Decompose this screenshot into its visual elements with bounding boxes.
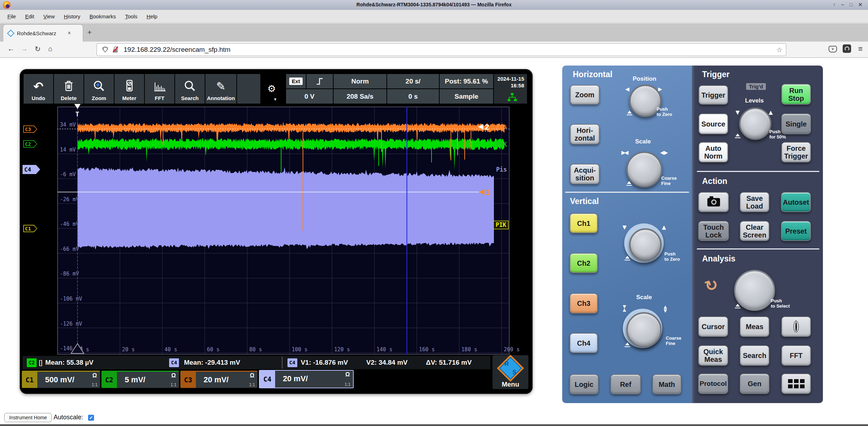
bookmark-star-icon[interactable]: ☆ bbox=[776, 46, 782, 54]
svg-text:40 s: 40 s bbox=[165, 346, 177, 353]
clear-screen-button[interactable]: Clear Screen bbox=[740, 221, 769, 241]
annotation-button[interactable]: ✎ Annotation bbox=[205, 74, 236, 104]
channel1-button[interactable]: Ch1 bbox=[570, 213, 598, 233]
scope-menu-button[interactable]: RS Menu bbox=[492, 355, 528, 389]
autoscale-checkbox[interactable]: ✓ bbox=[88, 415, 94, 421]
single-button[interactable]: Single bbox=[781, 113, 811, 134]
maximize-icon[interactable]: □ bbox=[848, 1, 855, 8]
meas-button[interactable]: Meas bbox=[740, 316, 769, 337]
tab-rohde-schwarz[interactable]: Rohde&Schwarz × bbox=[3, 24, 83, 42]
horizontal-scale-expand-icon: ◀▶ bbox=[660, 149, 668, 156]
timebase-cell[interactable]: 20 s/ bbox=[387, 74, 439, 88]
trigger-level-cell[interactable]: 0 V bbox=[286, 89, 333, 104]
horizontal-section-title: Horizontal bbox=[573, 70, 612, 79]
search-button[interactable]: Search bbox=[175, 74, 205, 104]
trigger-source-button[interactable]: Source bbox=[699, 113, 728, 134]
shade-window-icon[interactable]: ↑ bbox=[831, 1, 838, 8]
vertical-position-knob[interactable] bbox=[629, 228, 662, 261]
app-menu-icon[interactable]: ≡ bbox=[858, 44, 863, 54]
vertical-scale-squeeze-icon: ▼▲ bbox=[623, 305, 626, 311]
meter-button[interactable]: Meter bbox=[114, 74, 144, 104]
front-panel: Horizontal Zoom Hori- zontal Acqui- siti… bbox=[562, 66, 823, 403]
navigation-push-label: Push to Select bbox=[771, 298, 790, 309]
channel4-position-marker[interactable]: C4 bbox=[23, 165, 40, 174]
quick-meas-button[interactable]: Quick Meas bbox=[698, 345, 728, 366]
touch-lock-button[interactable]: Touch Lock bbox=[698, 221, 729, 241]
horizontal-position-cell[interactable]: 0 s bbox=[387, 89, 439, 104]
channel3-position-marker[interactable]: C3 bbox=[23, 125, 37, 133]
math-button[interactable]: Math bbox=[652, 374, 681, 394]
horizontal-button[interactable]: Hori- zontal bbox=[570, 124, 600, 144]
trigger-menu-button[interactable]: Trigger bbox=[699, 85, 728, 105]
ref-button[interactable]: Ref bbox=[610, 374, 641, 394]
menu-file[interactable]: File bbox=[3, 13, 20, 19]
trigger-mode-cell[interactable]: Norm bbox=[334, 74, 386, 88]
logic-button[interactable]: Logic bbox=[570, 374, 599, 394]
window-titlebar: Rohde&Schwarz-RTM3004-1335.8794k04/10149… bbox=[0, 0, 868, 10]
intensity-button[interactable] bbox=[781, 316, 811, 337]
tab-close-icon[interactable]: × bbox=[68, 30, 71, 36]
menu-edit[interactable]: Edit bbox=[20, 13, 39, 19]
channel2-settings[interactable]: C2 5 mV/ Ω 1:1 bbox=[101, 371, 179, 388]
autoset-button[interactable]: Autoset bbox=[781, 192, 811, 212]
waveform-display[interactable]: 34 mV14 mV-6 mV-26 mV-46 mV-66 mV-86 mV-… bbox=[57, 107, 509, 354]
close-icon[interactable]: ✕ bbox=[857, 1, 864, 8]
menu-bookmarks[interactable]: Bookmarks bbox=[85, 13, 120, 19]
acquisition-button[interactable]: Acqui- sition bbox=[570, 164, 600, 184]
menu-tools[interactable]: Tools bbox=[120, 13, 142, 19]
undo-icon: ↶ bbox=[33, 79, 44, 93]
forward-icon[interactable]: → bbox=[20, 45, 29, 53]
gear-icon[interactable]: ⚙ bbox=[267, 83, 276, 94]
channel4-settings[interactable]: C4 20 mV/ Ω 1:1 bbox=[259, 370, 354, 388]
cursor2-number[interactable]: 2 bbox=[485, 123, 489, 131]
channel2-position-marker[interactable]: C2 bbox=[23, 140, 37, 148]
force-trigger-button[interactable]: Force Trigger bbox=[781, 142, 811, 162]
gen-button[interactable]: Gen bbox=[740, 373, 769, 394]
undo-button[interactable]: ↶ Undo bbox=[24, 74, 53, 104]
delete-button[interactable]: Delete bbox=[54, 74, 83, 104]
menu-history[interactable]: History bbox=[59, 13, 85, 19]
cursor1-number[interactable]: 1 bbox=[486, 188, 490, 197]
cursor-button[interactable]: Cursor bbox=[698, 316, 728, 337]
search-panel-button[interactable]: Search bbox=[740, 345, 769, 366]
new-tab-button[interactable]: + bbox=[87, 28, 92, 37]
run-stop-button[interactable]: Run Stop bbox=[781, 84, 811, 105]
channel3-settings[interactable]: C3 20 mV/ Ω 1:1 bbox=[180, 371, 258, 388]
reload-icon[interactable]: ↻ bbox=[33, 45, 42, 53]
extension-icon[interactable] bbox=[843, 44, 851, 53]
toolbar-caret-icon[interactable]: ▾ bbox=[274, 97, 277, 102]
trigger-source-cell[interactable]: Ext bbox=[286, 74, 306, 88]
minimize-icon[interactable]: – bbox=[839, 1, 846, 8]
trigger-level-knob[interactable] bbox=[739, 107, 771, 140]
back-icon[interactable]: ← bbox=[6, 45, 16, 53]
preset-button[interactable]: Preset bbox=[781, 221, 811, 241]
menu-view[interactable]: View bbox=[39, 13, 59, 19]
url-input[interactable]: 192.168.229.22/screencam_sfp.htm ☆ bbox=[97, 43, 786, 56]
insecure-lock-icon[interactable] bbox=[113, 47, 118, 53]
fft-panel-button[interactable]: FFT bbox=[781, 345, 811, 366]
tracking-shield-icon[interactable] bbox=[103, 47, 108, 53]
trigger-slope-cell[interactable] bbox=[306, 74, 333, 88]
channel2-button[interactable]: Ch2 bbox=[570, 253, 598, 273]
zoom-button[interactable]: Zoom bbox=[84, 74, 114, 104]
post-trigger-cell[interactable]: Post: 95.61 % bbox=[440, 74, 493, 88]
acquisition-mode-cell[interactable]: Sample bbox=[440, 89, 493, 104]
auto-norm-button[interactable]: Auto Norm bbox=[699, 142, 728, 162]
menu-help[interactable]: Help bbox=[142, 13, 162, 19]
home-icon[interactable]: ⌂ bbox=[46, 45, 55, 53]
screenshot-button[interactable] bbox=[698, 192, 729, 212]
vertical-scale-knob[interactable] bbox=[626, 312, 662, 347]
instrument-home-button[interactable]: Instrument Home bbox=[4, 413, 52, 422]
channel3-button[interactable]: Ch3 bbox=[570, 293, 598, 314]
protocol-button[interactable]: Protocol bbox=[698, 373, 728, 394]
apps-button[interactable] bbox=[781, 373, 811, 394]
channel1-position-marker[interactable]: C1 bbox=[23, 225, 37, 232]
brightness-icon bbox=[793, 321, 799, 333]
sample-rate-cell[interactable]: 208 Sa/s bbox=[334, 89, 386, 104]
channel1-settings[interactable]: C1 500 mV/ Ω 1:1 bbox=[22, 371, 100, 388]
fft-button[interactable]: FFT bbox=[145, 74, 174, 104]
pocket-icon[interactable]: ∨ bbox=[829, 46, 837, 53]
save-load-button[interactable]: Save Load bbox=[740, 192, 769, 212]
horizontal-zoom-button[interactable]: Zoom bbox=[570, 85, 600, 105]
channel4-button[interactable]: Ch4 bbox=[570, 333, 598, 353]
